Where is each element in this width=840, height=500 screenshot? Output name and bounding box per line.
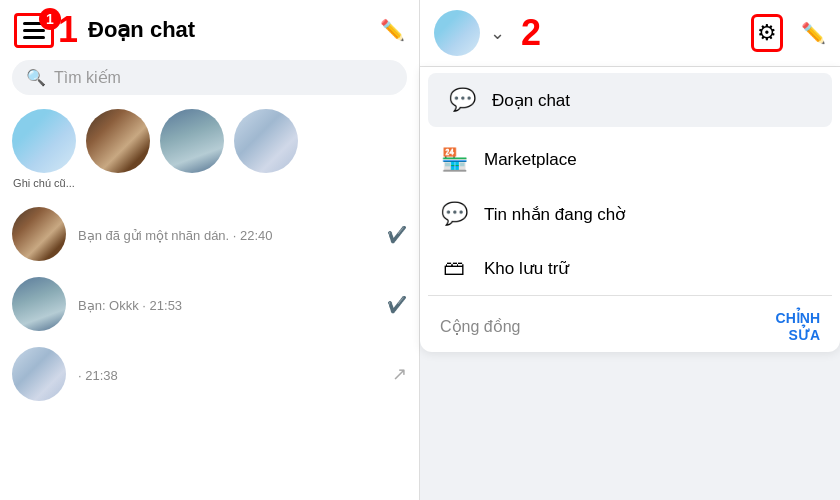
menu-label-archive: Kho lưu trữ bbox=[484, 258, 569, 279]
chat-item[interactable]: Bạn: Okkk · 21:53 ✔️ bbox=[0, 269, 419, 339]
edit-icon[interactable]: ✏️ bbox=[380, 18, 405, 42]
story-avatar-1 bbox=[12, 109, 76, 173]
stories-row: Ghi chú cũ... bbox=[0, 105, 419, 199]
check-icon: ✔️ bbox=[387, 225, 407, 244]
pending-icon: 💬 bbox=[440, 201, 468, 227]
search-placeholder: Tìm kiếm bbox=[54, 68, 121, 87]
story-avatar-2 bbox=[86, 109, 150, 173]
story-item[interactable] bbox=[86, 109, 150, 189]
chevron-down-icon[interactable]: ⌄ bbox=[490, 22, 505, 44]
community-label: Cộng đồng bbox=[440, 317, 521, 336]
chat-icon: 💬 bbox=[448, 87, 476, 113]
menu-label-marketplace: Marketplace bbox=[484, 150, 577, 170]
story-item[interactable]: Ghi chú cũ... bbox=[12, 109, 76, 189]
chat-info: Bạn: Okkk · 21:53 bbox=[78, 296, 375, 313]
header-avatar bbox=[434, 10, 480, 56]
chat-item[interactable]: Bạn đã gửi một nhãn dán. · 22:40 ✔️ bbox=[0, 199, 419, 269]
check-icon: ✔️ bbox=[387, 295, 407, 314]
menu-label-doan-chat: Đoạn chat bbox=[492, 90, 570, 111]
left-panel: 1 1 Đoạn chat ✏️ 🔍 Tìm kiếm Ghi chú cũ..… bbox=[0, 0, 420, 500]
chat-avatar bbox=[12, 347, 66, 401]
story-avatar-4 bbox=[234, 109, 298, 173]
story-avatar-3 bbox=[160, 109, 224, 173]
settings-button[interactable]: ⚙ bbox=[751, 14, 783, 52]
chat-meta: ↗ bbox=[392, 363, 407, 385]
chat-avatar bbox=[12, 207, 66, 261]
chat-meta: ✔️ bbox=[387, 225, 407, 244]
search-icon: 🔍 bbox=[26, 68, 46, 87]
story-item[interactable] bbox=[234, 109, 298, 189]
chat-preview: · 21:38 bbox=[78, 368, 380, 383]
story-label-1: Ghi chú cũ... bbox=[13, 177, 75, 189]
chat-preview: Bạn đã gửi một nhãn dán. · 22:40 bbox=[78, 228, 375, 243]
right-header: ⌄ 2 ⚙ ✏️ bbox=[420, 0, 840, 67]
menu-badge: 1 bbox=[39, 8, 61, 30]
step-2-label: 2 bbox=[521, 15, 541, 51]
right-edit-icon[interactable]: ✏️ bbox=[801, 21, 826, 45]
archive-icon: 🗃 bbox=[440, 255, 468, 281]
menu-item-marketplace[interactable]: 🏪 Marketplace bbox=[420, 133, 840, 187]
step-1-label: 1 bbox=[58, 12, 78, 48]
right-panel: ⌄ 2 ⚙ ✏️ 💬 Đoạn chat 🏪 Marketplace 💬 Tin… bbox=[420, 0, 840, 500]
chat-item[interactable]: · 21:38 ↗ bbox=[0, 339, 419, 409]
dropdown-menu: 💬 Đoạn chat 🏪 Marketplace 💬 Tin nhắn đan… bbox=[420, 67, 840, 352]
search-bar[interactable]: 🔍 Tìm kiếm bbox=[12, 60, 407, 95]
send-icon: ↗ bbox=[392, 363, 407, 385]
marketplace-icon: 🏪 bbox=[440, 147, 468, 173]
chat-avatar bbox=[12, 277, 66, 331]
community-section: Cộng đồng CHỈNHSỬA bbox=[420, 296, 840, 352]
chat-preview: Bạn: Okkk · 21:53 bbox=[78, 298, 375, 313]
chat-info: Bạn đã gửi một nhãn dán. · 22:40 bbox=[78, 226, 375, 243]
chinh-sua-button[interactable]: CHỈNHSỬA bbox=[776, 310, 820, 344]
menu-item-pending[interactable]: 💬 Tin nhắn đang chờ bbox=[420, 187, 840, 241]
gear-icon: ⚙ bbox=[757, 20, 777, 46]
chat-info: · 21:38 bbox=[78, 366, 380, 383]
menu-item-archive[interactable]: 🗃 Kho lưu trữ bbox=[420, 241, 840, 295]
menu-label-pending: Tin nhắn đang chờ bbox=[484, 204, 625, 225]
left-header: 1 1 Đoạn chat ✏️ bbox=[0, 0, 419, 56]
menu-button-wrapper[interactable]: 1 bbox=[14, 13, 54, 48]
story-item[interactable] bbox=[160, 109, 224, 189]
chat-meta: ✔️ bbox=[387, 295, 407, 314]
page-title: Đoạn chat bbox=[88, 17, 380, 43]
menu-item-doan-chat[interactable]: 💬 Đoạn chat bbox=[428, 73, 832, 127]
chat-list: Bạn đã gửi một nhãn dán. · 22:40 ✔️ Bạn:… bbox=[0, 199, 419, 500]
